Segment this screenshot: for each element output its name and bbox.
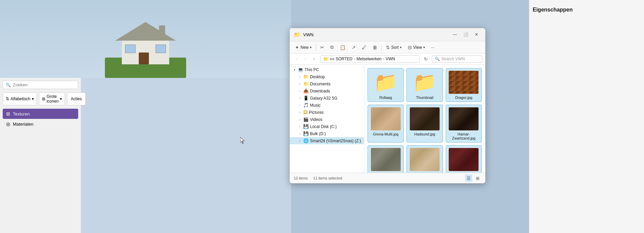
expand-videos[interactable]: › — [298, 118, 302, 122]
hadsund-name: Hadsund.jpg — [414, 132, 435, 136]
file-item-dragor[interactable]: Dragor.jpg — [446, 68, 482, 102]
tree-item-galaxy[interactable]: › 📱 Galaxy A32 5G — [290, 94, 364, 102]
eigenschappen-title: Eigenschappen — [533, 3, 641, 16]
path-sep-1: › — [354, 57, 355, 61]
up-button[interactable]: ↑ — [310, 55, 318, 63]
tree-item-desktop[interactable]: › 📁 Desktop — [290, 73, 364, 80]
expand-bulk[interactable]: › — [298, 132, 302, 136]
sort-tb-icon: ⇅ — [386, 45, 390, 50]
expand-this-pc[interactable]: ▾ — [292, 68, 296, 72]
minimize-button[interactable]: — — [450, 31, 460, 38]
expand-galaxy[interactable]: › — [298, 96, 302, 100]
window-title: VWN — [303, 32, 447, 37]
svg-rect-5 — [156, 45, 166, 53]
paste-icon: 📋 — [340, 45, 346, 50]
rollaag-thumb: 📁 — [371, 70, 401, 94]
expand-desktop[interactable]: › — [298, 75, 302, 79]
refresh-button[interactable]: ↻ — [422, 55, 430, 63]
krypton-thumb — [371, 148, 401, 171]
view-button[interactable]: ⊟ View ▾ — [405, 43, 428, 52]
materialen-icon: ◎ — [6, 121, 10, 127]
file-item-thumbnail[interactable]: 📁 Thumbnail — [406, 68, 443, 102]
status-right: ☰ ⊞ — [465, 174, 481, 182]
tree-item-bulk[interactable]: › 💾 Bulk (D:) — [290, 130, 364, 137]
new-label: New — [301, 45, 309, 50]
forward-button[interactable]: › — [301, 55, 309, 63]
search-input[interactable] — [13, 82, 75, 87]
more-button[interactable]: ··· — [428, 43, 437, 51]
expand-documents[interactable]: › — [298, 82, 302, 86]
sort-button[interactable]: ⇅ Sort ▾ — [383, 43, 404, 52]
galaxy-icon: 📱 — [303, 96, 309, 101]
delete-button[interactable]: 🗑 — [370, 43, 380, 52]
tree-item-documents[interactable]: › 📁 Documents — [290, 80, 364, 87]
this-pc-label: This PC — [305, 67, 319, 72]
thumbnail-thumb: 📁 — [409, 70, 440, 94]
window-titlebar: 📁 VWN — ⬜ ✕ — [290, 28, 485, 41]
sort-dropdown[interactable]: ⇅ Alfabetisch ▾ — [3, 92, 37, 105]
icon-dropdown[interactable]: ⊞ Grote iconen ▾ — [39, 92, 65, 105]
rollaag-folder-icon: 📁 — [374, 73, 398, 92]
rename-button[interactable]: 🖊 — [359, 43, 369, 52]
search-box-icon: 🔍 — [435, 57, 440, 61]
roozengaarde-thumb — [448, 148, 479, 171]
search-icon: 🔍 — [6, 83, 11, 87]
new-icon: ✦ — [295, 45, 299, 50]
music-label: Music — [310, 103, 320, 108]
close-button[interactable]: ✕ — [472, 31, 481, 38]
file-item-hadsund[interactable]: Hadsund.jpg — [406, 105, 443, 143]
nav-item-texturen[interactable]: ⊞ Texturen — [3, 109, 78, 119]
list-view-toggle[interactable]: ☰ — [465, 174, 472, 182]
tree-item-music[interactable]: › 🎵 Music — [290, 102, 364, 109]
tree-item-downloads[interactable]: › 📥 Downloads — [290, 87, 364, 94]
path-sep-2: › — [383, 57, 384, 61]
sort-icon: ⇅ — [6, 97, 9, 101]
file-item-oud-zuid[interactable]: Oud-Zuid.jpg — [406, 145, 443, 173]
sort-label: Alfabetisch — [10, 97, 30, 101]
cut-button[interactable]: ✂ — [317, 43, 327, 52]
explorer-window: 📁 VWN — ⬜ ✕ ✦ New ▾ ✂ ⧉ 📋 ↗ 🖊 � — [289, 28, 486, 184]
materialen-label: Materialen — [13, 122, 34, 127]
share-icon: ↗ — [352, 45, 356, 50]
search-container[interactable]: 🔍 — [3, 81, 78, 89]
address-path[interactable]: 📁 «« SORTED › Metselwerken › VWN — [320, 55, 420, 63]
expand-smart2it[interactable]: › — [298, 139, 302, 143]
paste-button[interactable]: 📋 — [337, 43, 348, 52]
copy-button[interactable]: ⧉ — [328, 43, 336, 52]
search-box[interactable]: 🔍 Search VWN — [432, 55, 483, 63]
house-svg — [95, 17, 196, 78]
expand-local-disk[interactable]: › — [298, 125, 302, 129]
expand-pictures[interactable]: › — [298, 110, 302, 114]
window-controls: — ⬜ ✕ — [450, 31, 481, 38]
tree-item-pictures[interactable]: › 🖼 Pictures — [290, 109, 364, 116]
expand-downloads[interactable]: › — [298, 89, 302, 93]
sort-tb-label: Sort — [391, 45, 399, 50]
expand-music[interactable]: › — [298, 103, 302, 107]
maximize-button[interactable]: ⬜ — [461, 31, 470, 38]
nav-arrows: ‹ › ↑ — [292, 55, 318, 63]
galaxy-label: Galaxy A32 5G — [310, 96, 337, 101]
file-item-krypton[interactable]: Krypton.jpg — [368, 145, 404, 173]
grid-view-toggle[interactable]: ⊞ — [474, 174, 481, 182]
address-bar: ‹ › ↑ 📁 «« SORTED › Metselwerken › VWN ↻… — [290, 54, 485, 65]
file-item-roozengaarde[interactable]: Roozengaarde.jpg — [446, 145, 482, 173]
tree-item-local-disk[interactable]: › 💾 Local Disk (C:) — [290, 123, 364, 130]
file-grid: 📁 Rollaag 📁 Thumbnail Dragor.jpg Grena-M… — [364, 65, 485, 173]
tree-item-smart2it[interactable]: › 🌐 Smart2it (\\Smart2Snas) (Z:) — [290, 137, 364, 144]
file-item-grena[interactable]: Grena-Multi.jpg — [368, 105, 404, 143]
nav-item-materialen[interactable]: ◎ Materialen — [3, 119, 78, 129]
tree-item-videos[interactable]: › 🎬 Videos — [290, 116, 364, 123]
desktop-icon: 📁 — [303, 74, 309, 79]
thumbnail-name: Thumbnail — [416, 96, 433, 100]
share-button[interactable]: ↗ — [349, 43, 358, 52]
file-item-rollaag[interactable]: 📁 Rollaag — [368, 68, 404, 102]
acties-button[interactable]: Acties — [67, 92, 86, 105]
grena-name: Grena-Multi.jpg — [373, 132, 398, 136]
back-button[interactable]: ‹ — [292, 55, 301, 63]
smart2it-label: Smart2it (\\Smart2Snas) (Z:) — [310, 139, 361, 143]
tree-item-this-pc[interactable]: ▾ 💻 This PC — [290, 66, 364, 73]
selected-count: 11 items selected — [313, 176, 342, 180]
downloads-icon: 📥 — [303, 88, 309, 93]
new-button[interactable]: ✦ New ▾ — [292, 43, 314, 52]
file-item-hamar[interactable]: Hamar-Zwartzand.jpg — [446, 105, 482, 143]
